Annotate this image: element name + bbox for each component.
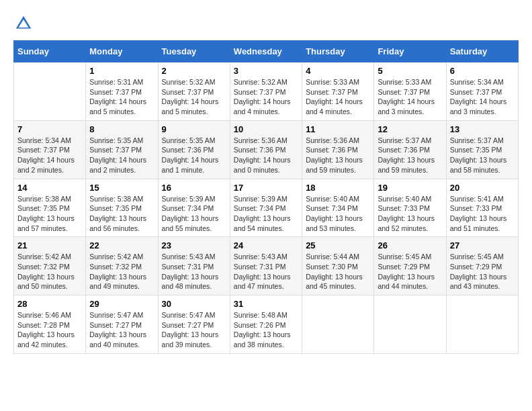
day-cell: 12Sunrise: 5:37 AM Sunset: 7:36 PM Dayli… [374,120,446,179]
day-info: Sunrise: 5:42 AM Sunset: 7:32 PM Dayligh… [17,252,82,291]
header-cell-wednesday: Wednesday [230,41,302,62]
day-info: Sunrise: 5:37 AM Sunset: 7:35 PM Dayligh… [450,136,515,175]
week-row-2: 14Sunrise: 5:38 AM Sunset: 7:35 PM Dayli… [14,179,519,237]
day-info: Sunrise: 5:32 AM Sunset: 7:37 PM Dayligh… [234,77,298,117]
day-number: 7 [17,124,82,134]
day-info: Sunrise: 5:39 AM Sunset: 7:34 PM Dayligh… [162,194,226,234]
day-cell: 23Sunrise: 5:43 AM Sunset: 7:31 PM Dayli… [158,237,230,295]
day-number: 20 [450,183,515,193]
day-number: 3 [234,66,298,76]
day-number: 19 [378,183,442,193]
day-info: Sunrise: 5:36 AM Sunset: 7:36 PM Dayligh… [306,136,370,175]
day-cell: 14Sunrise: 5:38 AM Sunset: 7:35 PM Dayli… [14,179,86,237]
day-cell: 3Sunrise: 5:32 AM Sunset: 7:37 PM Daylig… [230,62,302,121]
day-info: Sunrise: 5:35 AM Sunset: 7:36 PM Dayligh… [162,136,226,175]
day-number: 24 [234,240,298,250]
day-info: Sunrise: 5:44 AM Sunset: 7:30 PM Dayligh… [306,252,370,291]
header-cell-tuesday: Tuesday [158,41,230,62]
day-cell: 17Sunrise: 5:39 AM Sunset: 7:34 PM Dayli… [230,179,302,237]
day-info: Sunrise: 5:35 AM Sunset: 7:37 PM Dayligh… [89,136,154,175]
calendar-table: SundayMondayTuesdayWednesdayThursdayFrid… [13,40,519,354]
day-number: 8 [89,124,154,134]
day-number: 26 [378,240,442,250]
day-cell [302,295,374,354]
header-cell-sunday: Sunday [14,41,86,62]
day-cell: 9Sunrise: 5:35 AM Sunset: 7:36 PM Daylig… [158,120,230,179]
day-info: Sunrise: 5:40 AM Sunset: 7:33 PM Dayligh… [378,194,442,234]
day-cell: 2Sunrise: 5:32 AM Sunset: 7:37 PM Daylig… [158,62,230,121]
header-cell-saturday: Saturday [446,41,518,62]
day-info: Sunrise: 5:43 AM Sunset: 7:31 PM Dayligh… [162,252,226,291]
day-cell [14,62,86,121]
day-cell: 19Sunrise: 5:40 AM Sunset: 7:33 PM Dayli… [374,179,446,237]
header-cell-monday: Monday [86,41,158,62]
day-cell: 11Sunrise: 5:36 AM Sunset: 7:36 PM Dayli… [302,120,374,179]
day-info: Sunrise: 5:48 AM Sunset: 7:26 PM Dayligh… [234,310,298,350]
day-number: 11 [306,124,370,134]
day-number: 10 [234,124,298,134]
day-number: 13 [450,124,515,134]
day-info: Sunrise: 5:47 AM Sunset: 7:27 PM Dayligh… [89,310,154,350]
day-cell: 26Sunrise: 5:45 AM Sunset: 7:29 PM Dayli… [374,237,446,295]
day-info: Sunrise: 5:38 AM Sunset: 7:35 PM Dayligh… [17,194,82,234]
day-number: 4 [306,66,370,76]
day-number: 2 [162,66,226,76]
day-info: Sunrise: 5:39 AM Sunset: 7:34 PM Dayligh… [234,194,298,234]
day-cell: 10Sunrise: 5:36 AM Sunset: 7:36 PM Dayli… [230,120,302,179]
week-row-3: 21Sunrise: 5:42 AM Sunset: 7:32 PM Dayli… [14,237,519,295]
day-cell: 24Sunrise: 5:43 AM Sunset: 7:31 PM Dayli… [230,237,302,295]
day-number: 15 [89,183,154,193]
day-cell: 22Sunrise: 5:42 AM Sunset: 7:32 PM Dayli… [86,237,158,295]
day-cell [374,295,446,354]
page-header [13,13,519,34]
day-info: Sunrise: 5:43 AM Sunset: 7:31 PM Dayligh… [234,252,298,291]
calendar-body: 1Sunrise: 5:31 AM Sunset: 7:37 PM Daylig… [14,62,519,354]
day-number: 12 [378,124,442,134]
day-cell [446,295,518,354]
day-info: Sunrise: 5:45 AM Sunset: 7:29 PM Dayligh… [450,252,515,291]
day-cell: 28Sunrise: 5:46 AM Sunset: 7:28 PM Dayli… [14,295,86,354]
day-cell: 30Sunrise: 5:47 AM Sunset: 7:27 PM Dayli… [158,295,230,354]
day-cell: 29Sunrise: 5:47 AM Sunset: 7:27 PM Dayli… [86,295,158,354]
day-cell: 6Sunrise: 5:34 AM Sunset: 7:37 PM Daylig… [446,62,518,121]
day-number: 1 [89,66,154,76]
week-row-1: 7Sunrise: 5:34 AM Sunset: 7:37 PM Daylig… [14,120,519,179]
day-info: Sunrise: 5:34 AM Sunset: 7:37 PM Dayligh… [17,136,82,175]
day-info: Sunrise: 5:36 AM Sunset: 7:36 PM Dayligh… [234,136,298,175]
day-info: Sunrise: 5:40 AM Sunset: 7:34 PM Dayligh… [306,194,370,234]
day-cell: 4Sunrise: 5:33 AM Sunset: 7:37 PM Daylig… [302,62,374,121]
day-info: Sunrise: 5:37 AM Sunset: 7:36 PM Dayligh… [378,136,442,175]
day-number: 16 [162,183,226,193]
day-cell: 15Sunrise: 5:38 AM Sunset: 7:35 PM Dayli… [86,179,158,237]
day-cell: 31Sunrise: 5:48 AM Sunset: 7:26 PM Dayli… [230,295,302,354]
day-info: Sunrise: 5:33 AM Sunset: 7:37 PM Dayligh… [306,77,370,117]
day-number: 5 [378,66,442,76]
day-cell: 25Sunrise: 5:44 AM Sunset: 7:30 PM Dayli… [302,237,374,295]
day-info: Sunrise: 5:41 AM Sunset: 7:33 PM Dayligh… [450,194,515,234]
day-cell: 16Sunrise: 5:39 AM Sunset: 7:34 PM Dayli… [158,179,230,237]
day-number: 27 [450,240,515,250]
day-cell: 1Sunrise: 5:31 AM Sunset: 7:37 PM Daylig… [86,62,158,121]
day-cell: 20Sunrise: 5:41 AM Sunset: 7:33 PM Dayli… [446,179,518,237]
calendar-header: SundayMondayTuesdayWednesdayThursdayFrid… [14,41,519,62]
week-row-0: 1Sunrise: 5:31 AM Sunset: 7:37 PM Daylig… [14,62,519,121]
day-info: Sunrise: 5:47 AM Sunset: 7:27 PM Dayligh… [162,310,226,350]
day-number: 30 [162,299,226,309]
day-number: 9 [162,124,226,134]
day-cell: 7Sunrise: 5:34 AM Sunset: 7:37 PM Daylig… [14,120,86,179]
day-number: 28 [17,299,82,309]
day-number: 6 [450,66,515,76]
day-info: Sunrise: 5:34 AM Sunset: 7:37 PM Dayligh… [450,77,515,117]
day-info: Sunrise: 5:38 AM Sunset: 7:35 PM Dayligh… [89,194,154,234]
day-number: 23 [162,240,226,250]
day-cell: 5Sunrise: 5:33 AM Sunset: 7:37 PM Daylig… [374,62,446,121]
day-cell: 21Sunrise: 5:42 AM Sunset: 7:32 PM Dayli… [14,237,86,295]
day-cell: 27Sunrise: 5:45 AM Sunset: 7:29 PM Dayli… [446,237,518,295]
header-cell-thursday: Thursday [302,41,374,62]
day-cell: 8Sunrise: 5:35 AM Sunset: 7:37 PM Daylig… [86,120,158,179]
week-row-4: 28Sunrise: 5:46 AM Sunset: 7:28 PM Dayli… [14,295,519,354]
day-cell: 13Sunrise: 5:37 AM Sunset: 7:35 PM Dayli… [446,120,518,179]
day-number: 31 [234,299,298,309]
day-info: Sunrise: 5:31 AM Sunset: 7:37 PM Dayligh… [89,77,154,117]
day-number: 14 [17,183,82,193]
